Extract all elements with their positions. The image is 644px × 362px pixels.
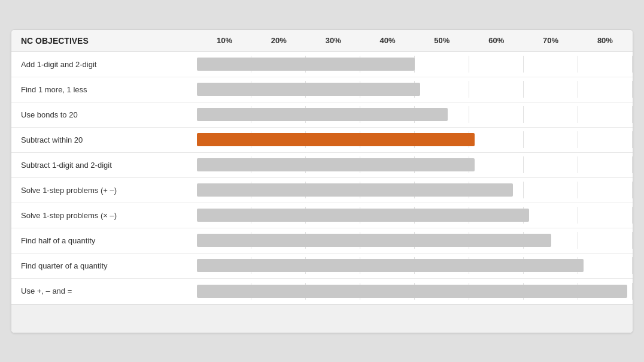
bar-area (197, 283, 633, 300)
chart-row: Subtract 1-digit and 2-digit (11, 153, 633, 178)
highlighted-bar (197, 133, 475, 146)
bar-area (197, 257, 633, 274)
axis-label: 40% (370, 36, 406, 45)
row-label: Find quarter of a quantity (21, 261, 197, 270)
axis-label: 60% (478, 36, 514, 45)
row-label: Use +, – and = (21, 286, 197, 295)
row-label: Add 1-digit and 2-digit (21, 60, 197, 69)
chart-row: Find 1 more, 1 less (11, 77, 633, 102)
axis-label: 30% (315, 36, 351, 45)
bar-area (197, 232, 633, 249)
axis-label: 10% (206, 36, 242, 45)
chart-body: Add 1-digit and 2-digitFind 1 more, 1 le… (11, 52, 633, 304)
row-label: Solve 1-step problems (+ –) (21, 186, 197, 195)
chart-footer (11, 304, 633, 333)
row-label: Find half of a quantity (21, 236, 197, 245)
data-bar (197, 83, 420, 96)
chart-row: Add 1-digit and 2-digit (11, 52, 633, 77)
bar-area (197, 56, 633, 73)
data-bar (197, 158, 475, 171)
data-bar (197, 58, 415, 71)
axis-labels: 10%20%30%40%50%60%70%80% (206, 36, 623, 45)
bar-area (197, 156, 633, 173)
row-label: Find 1 more, 1 less (21, 85, 197, 94)
chart-row: Use bonds to 20 (11, 102, 633, 128)
data-bar (197, 234, 551, 247)
chart-container: NC OBJECTIVES 10%20%30%40%50%60%70%80% A… (11, 29, 633, 333)
axis-label: 20% (261, 36, 297, 45)
bar-area (197, 81, 633, 98)
data-bar (197, 209, 529, 222)
axis-label: 80% (587, 36, 623, 45)
row-label: Use bonds to 20 (21, 110, 197, 119)
axis-label: 70% (533, 36, 569, 45)
data-bar (197, 285, 627, 298)
chart-row: Solve 1-step problems (+ –) (11, 178, 633, 203)
data-bar (197, 259, 584, 272)
chart-row: Subtract within 20 (11, 128, 633, 153)
bar-area (197, 207, 633, 224)
chart-title: NC OBJECTIVES (21, 36, 206, 46)
row-label: Subtract within 20 (21, 135, 197, 144)
bar-area (197, 106, 633, 123)
chart-row: Solve 1-step problems (× –) (11, 203, 633, 228)
chart-header: NC OBJECTIVES 10%20%30%40%50%60%70%80% (11, 30, 633, 52)
axis-label: 50% (424, 36, 460, 45)
row-label: Subtract 1-digit and 2-digit (21, 161, 197, 170)
bar-area (197, 182, 633, 198)
row-label: Solve 1-step problems (× –) (21, 211, 197, 220)
chart-row: Find half of a quantity (11, 228, 633, 254)
data-bar (197, 108, 448, 121)
chart-row: Find quarter of a quantity (11, 254, 633, 279)
data-bar (197, 183, 513, 197)
bar-area (197, 131, 633, 148)
chart-row: Use +, – and = (11, 279, 633, 304)
